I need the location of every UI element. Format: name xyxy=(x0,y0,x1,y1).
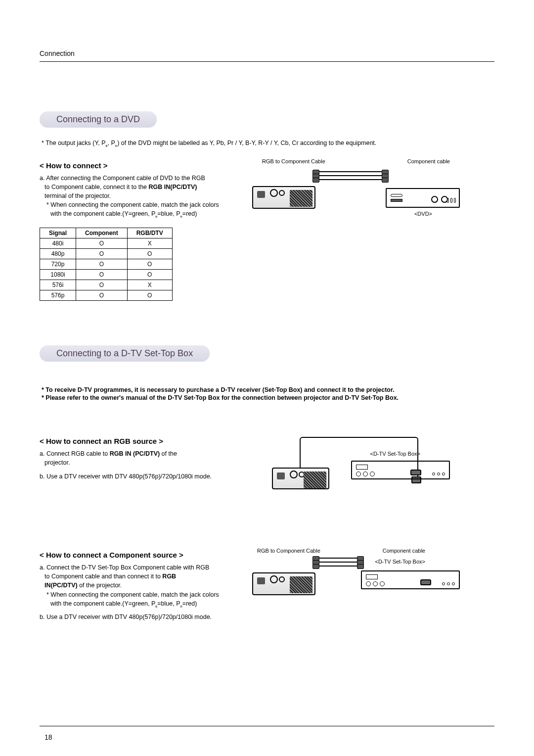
cell: 720p xyxy=(40,259,76,270)
settop-box-icon xyxy=(351,461,450,479)
cell: O xyxy=(76,238,128,249)
step-a-note1: * When connecting the component cable, m… xyxy=(46,200,242,209)
rgb-connection-diagram: <D-TV Set-Top Box> xyxy=(272,437,450,501)
dvd-player-icon xyxy=(386,188,460,208)
note-text: To receive D-TV programmes, it is necess… xyxy=(45,386,394,393)
section-title-settop: Connecting to a D-TV Set-Top Box xyxy=(40,345,210,362)
rgb-cable-label: RGB to Component Cable xyxy=(262,158,325,164)
component-cable-label: Component cable xyxy=(383,548,425,554)
cell: 480i xyxy=(40,238,76,249)
table-row: 480iOX xyxy=(40,238,173,249)
component-source-heading: < How to connect a Component source > xyxy=(40,551,242,559)
star-icon: * xyxy=(42,386,44,393)
table-header-row: Signal Component RGB/DTV xyxy=(40,228,173,238)
rgb-cable-label: RGB to Component Cable xyxy=(257,548,320,554)
cell: O xyxy=(127,249,172,259)
settop-label: <D-TV Set-Top Box> xyxy=(370,451,421,457)
c2a: with the component cable.(Y=green, P xyxy=(50,600,155,607)
note2e: =red) xyxy=(182,210,197,217)
cell: 576p xyxy=(40,290,76,301)
dvd-connection-diagram: RGB to Component Cable Component cable <… xyxy=(252,161,460,221)
projector-icon xyxy=(252,572,315,595)
comp-a2-pre: to Component cable and than connect it t… xyxy=(44,573,162,580)
step-a-line2-pre: to Component cable, connect it to the xyxy=(44,184,149,190)
settop-note2: * Please refer to the owner's manual of … xyxy=(42,394,494,401)
comp-a-line2: to Component cable and than connect it t… xyxy=(44,572,242,581)
cell: O xyxy=(76,249,128,259)
settop-box-icon xyxy=(361,570,460,589)
table-row: 1080iOO xyxy=(40,270,173,280)
table-row: 720pOO xyxy=(40,259,173,270)
cell: O xyxy=(76,270,128,280)
step-a-line2: to Component cable, connect it to the RG… xyxy=(44,183,242,191)
step-a: a. After connecting the Component cable … xyxy=(40,174,242,219)
settop-label: <D-TV Set-Top Box> xyxy=(375,559,426,565)
step-a-line2-bold: RGB IN(PC/DTV) xyxy=(149,184,197,190)
note2c: =blue, P xyxy=(157,210,180,217)
rgb-step-a: a. Connect RGB cable to RGB IN (PC/DTV) … xyxy=(40,449,242,467)
cable-lines-icon xyxy=(315,171,386,188)
dvd-label: <DVD> xyxy=(414,211,432,217)
comp-a2-bold: RGB xyxy=(162,573,176,580)
header-divider xyxy=(40,61,494,62)
cell: O xyxy=(76,290,128,301)
settop-note1: * To receive D-TV programmes, it is nece… xyxy=(42,386,494,393)
cell: O xyxy=(76,280,128,290)
cell: O xyxy=(127,290,172,301)
rgb-step-a-line1: a. Connect RGB cable to RGB IN (PC/DTV) … xyxy=(40,449,242,458)
compatibility-table: Signal Component RGB/DTV 480iOX 480pOO 7… xyxy=(40,228,173,301)
rgb-source-heading: < How to connect an RGB source > xyxy=(40,437,242,445)
cell: X xyxy=(127,238,172,249)
rgb-step-b: b. Use a DTV receiver with DTV 480p(576p… xyxy=(40,472,242,481)
cell: O xyxy=(127,259,172,270)
note2a: with the component cable.(Y=green, P xyxy=(50,210,155,217)
how-to-connect-heading: < How to connect > xyxy=(40,161,242,170)
table-row: 576pOO xyxy=(40,290,173,301)
step-a-line3: terminal of the projector. xyxy=(44,191,242,200)
rgb-a1-bold: RGB IN (PC/DTV) xyxy=(110,450,160,457)
cell: 480p xyxy=(40,249,76,259)
th-rgb: RGB/DTV xyxy=(127,228,172,238)
cell: X xyxy=(127,280,172,290)
note-text: ) of the DVD might be labelled as Y, Pb,… xyxy=(117,140,376,146)
star-icon: * xyxy=(42,140,44,146)
cell: O xyxy=(76,259,128,270)
dvd-output-note: * The output jacks (Y, PB, PR) of the DV… xyxy=(42,140,494,147)
th-component: Component xyxy=(76,228,128,238)
step-a-line1: a. After connecting the Component cable … xyxy=(40,174,242,183)
projector-icon xyxy=(252,186,315,209)
comp-a-line3: IN(PC/DTV) of the projector. xyxy=(44,581,242,590)
note-text: The output jacks (Y, P xyxy=(45,140,105,146)
note-text: Please refer to the owner's manual of th… xyxy=(45,394,399,401)
cable-lines-icon xyxy=(315,558,361,574)
comp-step-a: a. Connect the D-TV Set-Top Box Componen… xyxy=(40,563,242,609)
component-connection-diagram: RGB to Component Cable Component cable <… xyxy=(252,551,460,605)
note-text: , P xyxy=(108,140,115,146)
page-number: 18 xyxy=(44,733,52,741)
cell: O xyxy=(127,270,172,280)
projector-icon xyxy=(272,468,329,489)
comp-star2: with the component cable.(Y=green, PB=bl… xyxy=(50,599,242,609)
section-title-dvd: Connecting to a DVD xyxy=(40,111,157,128)
star-icon: * xyxy=(42,394,44,401)
footer-divider xyxy=(40,726,494,726)
table-row: 480pOO xyxy=(40,249,173,259)
step-a-note2: with the component cable.(Y=green, PB=bl… xyxy=(50,209,242,219)
comp-star1: * When connecting the component cable, m… xyxy=(46,590,242,599)
comp-a3-post: of the projector. xyxy=(78,582,122,589)
component-cable-label: Component cable xyxy=(407,158,450,164)
comp-a-line1: a. Connect the D-TV Set-Top Box Componen… xyxy=(40,563,242,572)
cell: 576i xyxy=(40,280,76,290)
rgb-step-a-line2: projector. xyxy=(44,458,242,467)
comp-a3-bold: IN(PC/DTV) xyxy=(44,582,78,589)
cell: 1080i xyxy=(40,270,76,280)
c2e: =red) xyxy=(182,600,197,607)
rgb-a1-post: of the xyxy=(160,450,177,457)
header-section: Connection xyxy=(40,49,494,57)
c2c: =blue, P xyxy=(157,600,180,607)
table-row: 576iOX xyxy=(40,280,173,290)
th-signal: Signal xyxy=(40,228,76,238)
comp-step-b: b. Use a DTV receiver with DTV 480p(576p… xyxy=(40,613,242,621)
rgb-a1-pre: a. Connect RGB cable to xyxy=(40,450,110,457)
